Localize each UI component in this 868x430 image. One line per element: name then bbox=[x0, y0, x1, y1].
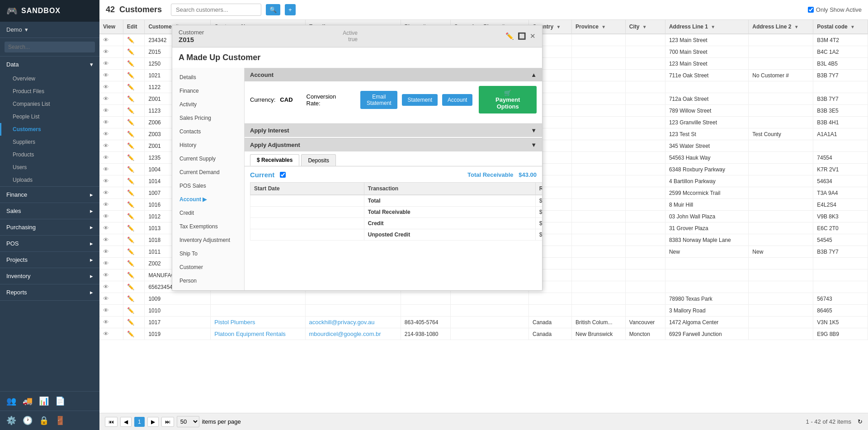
view-icon[interactable]: 👁 bbox=[103, 95, 109, 102]
panel-nav-finance[interactable]: Finance bbox=[172, 84, 244, 98]
edit-icon[interactable]: ✏️ bbox=[127, 331, 134, 337]
edit-icon[interactable]: ✏️ bbox=[127, 37, 134, 43]
edit-icon[interactable]: ✏️ bbox=[127, 178, 134, 184]
view-icon[interactable]: 👁 bbox=[103, 60, 109, 67]
last-page-button[interactable]: ⏭ bbox=[161, 417, 174, 427]
sidebar-item-uploads[interactable]: Uploads bbox=[0, 174, 99, 186]
panel-nav-account[interactable]: Account ▶ bbox=[172, 193, 244, 206]
col-address1[interactable]: Address Line 1 ▼ bbox=[665, 20, 748, 34]
edit-icon[interactable]: ✏️ bbox=[127, 84, 134, 90]
sidebar-item-people-list[interactable]: People List bbox=[0, 110, 99, 123]
panel-nav-current-supply[interactable]: Current Supply bbox=[172, 152, 244, 165]
edit-icon[interactable]: ✏️ bbox=[127, 213, 134, 220]
people-icon[interactable]: 👥 bbox=[6, 396, 16, 406]
col-address2[interactable]: Address Line 2 ▼ bbox=[749, 20, 813, 34]
edit-icon[interactable]: ✏️ bbox=[127, 248, 134, 255]
current-checkbox[interactable] bbox=[280, 172, 286, 178]
edit-icon[interactable]: ✏️ bbox=[127, 236, 134, 243]
col-province[interactable]: Province ▼ bbox=[572, 20, 626, 34]
page-1-button[interactable]: 1 bbox=[134, 417, 145, 427]
panel-close-icon[interactable]: ✕ bbox=[530, 32, 536, 40]
add-customer-button[interactable]: + bbox=[285, 4, 296, 15]
panel-nav-inventory-adjustment[interactable]: Inventory Adjustment bbox=[172, 233, 244, 247]
edit-icon[interactable]: ✏️ bbox=[127, 119, 134, 126]
logout-icon[interactable]: 🚪 bbox=[55, 416, 65, 425]
sidebar-section-header-sales[interactable]: Sales ▸ bbox=[0, 203, 99, 219]
receivables-tab[interactable]: $ Receivables bbox=[250, 154, 299, 166]
settings-icon[interactable]: ⚙️ bbox=[6, 416, 16, 425]
sidebar-search-input[interactable] bbox=[5, 42, 95, 52]
view-icon[interactable]: 👁 bbox=[103, 189, 109, 196]
sidebar-item-overview[interactable]: Overview bbox=[0, 72, 99, 85]
view-icon[interactable]: 👁 bbox=[103, 84, 109, 90]
view-icon[interactable]: 👁 bbox=[103, 272, 109, 279]
sidebar-item-companies-list[interactable]: Companies List bbox=[0, 98, 99, 110]
panel-nav-credit[interactable]: Credit bbox=[172, 206, 244, 220]
customer-name-link[interactable]: Pistol Plumbers bbox=[214, 319, 255, 326]
edit-icon[interactable]: ✏️ bbox=[127, 154, 134, 161]
view-icon[interactable]: 👁 bbox=[103, 201, 109, 208]
view-icon[interactable]: 👁 bbox=[103, 260, 109, 267]
edit-icon[interactable]: ✏️ bbox=[127, 107, 134, 114]
sidebar-section-header-reports[interactable]: Reports ▸ bbox=[0, 284, 99, 300]
account-button[interactable]: Account bbox=[442, 94, 472, 106]
edit-icon[interactable]: ✏️ bbox=[127, 72, 134, 79]
deposits-tab[interactable]: Deposits bbox=[301, 154, 336, 166]
lock-icon[interactable]: 🔒 bbox=[39, 416, 49, 425]
first-page-button[interactable]: ⏮ bbox=[105, 417, 118, 427]
sidebar-section-header-finance[interactable]: Finance ▸ bbox=[0, 187, 99, 203]
refresh-icon[interactable]: ↻ bbox=[858, 418, 863, 425]
view-icon[interactable]: 👁 bbox=[103, 72, 109, 79]
sidebar-item-suppliers[interactable]: Suppliers bbox=[0, 136, 99, 148]
panel-nav-current-demand[interactable]: Current Demand bbox=[172, 165, 244, 179]
panel-nav-customer[interactable]: Customer bbox=[172, 260, 244, 274]
edit-icon[interactable]: ✏️ bbox=[127, 225, 134, 232]
panel-nav-tax-exemptions[interactable]: Tax Exemptions bbox=[172, 220, 244, 233]
view-icon[interactable]: 👁 bbox=[103, 48, 109, 55]
sidebar-section-header-projects[interactable]: Projects ▸ bbox=[0, 252, 99, 268]
view-icon[interactable]: 👁 bbox=[103, 131, 109, 137]
view-icon[interactable]: 👁 bbox=[103, 107, 109, 114]
edit-icon[interactable]: ✏️ bbox=[127, 95, 134, 102]
panel-nav-sales-pricing[interactable]: Sales Pricing bbox=[172, 111, 244, 125]
edit-icon[interactable]: ✏️ bbox=[127, 142, 134, 149]
search-input[interactable] bbox=[171, 4, 261, 16]
items-per-page-select[interactable]: 50 25 100 bbox=[177, 416, 199, 427]
edit-icon[interactable]: ✏️ bbox=[127, 48, 134, 55]
chart-icon[interactable]: 📊 bbox=[39, 396, 49, 406]
edit-icon[interactable]: ✏️ bbox=[127, 60, 134, 67]
view-icon[interactable]: 👁 bbox=[103, 37, 109, 43]
statement-button[interactable]: Statement bbox=[402, 94, 438, 106]
panel-nav-pos-sales[interactable]: POS Sales bbox=[172, 179, 244, 193]
view-icon[interactable]: 👁 bbox=[103, 142, 109, 149]
search-button[interactable]: 🔍 bbox=[266, 4, 280, 15]
email-statement-button[interactable]: Email Statement bbox=[360, 91, 397, 109]
edit-icon[interactable]: ✏️ bbox=[127, 131, 134, 137]
edit-icon[interactable]: ✏️ bbox=[127, 284, 134, 290]
sidebar-section-header-inventory[interactable]: Inventory ▸ bbox=[0, 268, 99, 284]
panel-nav-history[interactable]: History bbox=[172, 138, 244, 152]
view-icon[interactable]: 👁 bbox=[103, 319, 109, 326]
view-icon[interactable]: 👁 bbox=[103, 225, 109, 232]
email-link[interactable]: mbourdicel@google.com.br bbox=[309, 331, 381, 337]
view-icon[interactable]: 👁 bbox=[103, 178, 109, 184]
truck-icon[interactable]: 🚚 bbox=[23, 396, 33, 406]
view-icon[interactable]: 👁 bbox=[103, 284, 109, 290]
panel-nav-activity[interactable]: Activity bbox=[172, 98, 244, 111]
clock-icon[interactable]: 🕐 bbox=[23, 416, 33, 425]
view-icon[interactable]: 👁 bbox=[103, 119, 109, 126]
sidebar-user[interactable]: Demo ▾ bbox=[0, 22, 99, 38]
panel-nav-contacts[interactable]: Contacts bbox=[172, 125, 244, 138]
view-icon[interactable]: 👁 bbox=[103, 236, 109, 243]
sidebar-item-users[interactable]: Users bbox=[0, 161, 99, 174]
edit-icon[interactable]: ✏️ bbox=[127, 201, 134, 208]
account-section-header[interactable]: Account ▲ bbox=[245, 68, 542, 81]
payment-options-button[interactable]: 🛒 Payment Options bbox=[479, 86, 537, 113]
edit-icon[interactable]: ✏️ bbox=[127, 272, 134, 279]
view-icon[interactable]: 👁 bbox=[103, 295, 109, 302]
view-icon[interactable]: 👁 bbox=[103, 248, 109, 255]
edit-icon[interactable]: ✏️ bbox=[127, 189, 134, 196]
panel-edit-icon[interactable]: ✏️ bbox=[505, 32, 514, 40]
view-icon[interactable]: 👁 bbox=[103, 154, 109, 161]
next-page-button[interactable]: ▶ bbox=[147, 417, 159, 427]
